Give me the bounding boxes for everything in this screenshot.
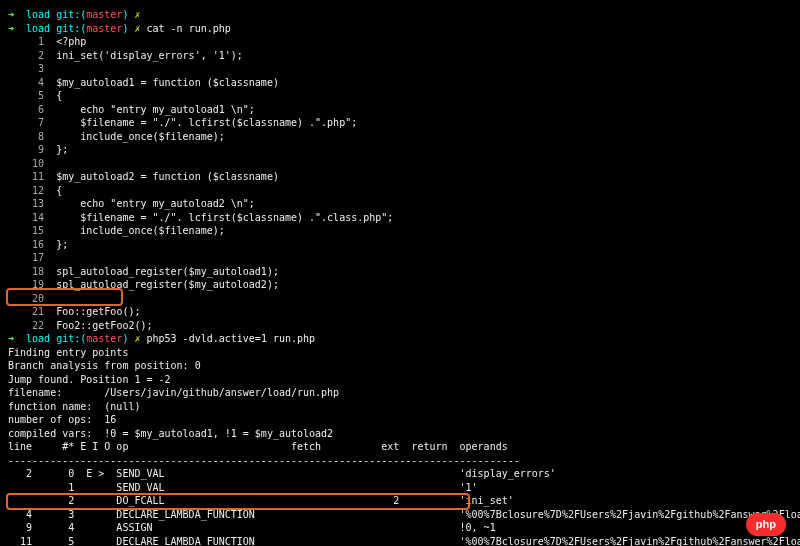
terminal-line: 7 $filename = "./". lcfirst($classname) …	[8, 116, 792, 130]
terminal-line: Branch analysis from position: 0	[8, 359, 792, 373]
terminal-line: 14 $filename = "./". lcfirst($classname)…	[8, 211, 792, 225]
terminal-line: function name: (null)	[8, 400, 792, 414]
terminal-line: 3	[8, 62, 792, 76]
php-badge: php	[746, 513, 786, 536]
terminal-line: 1 SEND_VAL '1'	[8, 481, 792, 495]
terminal-line: 13 echo "entry my_autoload2 \n";	[8, 197, 792, 211]
terminal-line: number of ops: 16	[8, 413, 792, 427]
terminal-line: 16 };	[8, 238, 792, 252]
terminal-line: 9 };	[8, 143, 792, 157]
terminal-line: 19 spl_autoload_register($my_autoload2);	[8, 278, 792, 292]
terminal-line: 4 3 DECLARE_LAMBDA_FUNCTION '%00%7Bclosu…	[8, 508, 792, 522]
terminal-line: ----------------------------------------…	[8, 454, 792, 468]
terminal-line: ➜ load git:(master) ✗ php53 -dvld.active…	[8, 332, 792, 346]
terminal-line: 11 $my_autoload2 = function ($classname)	[8, 170, 792, 184]
terminal-line: line #* E I O op fetch ext return operan…	[8, 440, 792, 454]
terminal-line: 4 $my_autoload1 = function ($classname)	[8, 76, 792, 90]
terminal-line: 1 <?php	[8, 35, 792, 49]
terminal-line: 6 echo "entry my_autoload1 \n";	[8, 103, 792, 117]
terminal-line: compiled vars: !0 = $my_autoload1, !1 = …	[8, 427, 792, 441]
terminal-line: 8 include_once($filename);	[8, 130, 792, 144]
terminal-line: filename: /Users/javin/github/answer/loa…	[8, 386, 792, 400]
terminal-line: 15 include_once($filename);	[8, 224, 792, 238]
terminal-line: 9 4 ASSIGN !0, ~1	[8, 521, 792, 535]
terminal-line: Jump found. Position 1 = -2	[8, 373, 792, 387]
terminal-line: 18 spl_autoload_register($my_autoload1);	[8, 265, 792, 279]
terminal-line: 12 {	[8, 184, 792, 198]
terminal-output[interactable]: ➜ load git:(master) ✗ ➜ load git:(master…	[8, 8, 792, 546]
terminal-line: 10	[8, 157, 792, 171]
terminal-line: ➜ load git:(master) ✗	[8, 8, 792, 22]
terminal-line: 2 0 E > SEND_VAL 'display_errors'	[8, 467, 792, 481]
terminal-line: 20	[8, 292, 792, 306]
terminal-line: 21 Foo::getFoo();	[8, 305, 792, 319]
terminal-line: Finding entry points	[8, 346, 792, 360]
terminal-line: ➜ load git:(master) ✗ cat -n run.php	[8, 22, 792, 36]
terminal-line: 11 5 DECLARE_LAMBDA_FUNCTION '%00%7Bclos…	[8, 535, 792, 547]
terminal-line: 2 DO_FCALL 2 'ini_set'	[8, 494, 792, 508]
terminal-line: 17	[8, 251, 792, 265]
terminal-line: 2 ini_set('display_errors', '1');	[8, 49, 792, 63]
terminal-line: 22 Foo2::getFoo2();	[8, 319, 792, 333]
terminal-line: 5 {	[8, 89, 792, 103]
